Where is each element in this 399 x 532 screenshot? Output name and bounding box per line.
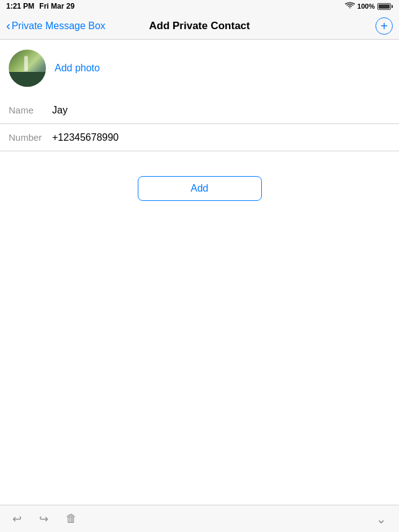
status-bar: 1:21 PM Fri Mar 29 100% xyxy=(0,0,399,12)
nav-bar: ‹ Private Message Box Add Private Contac… xyxy=(0,12,399,40)
back-label: Private Message Box xyxy=(12,20,105,32)
avatar[interactable] xyxy=(9,50,46,87)
number-field-row: Number +12345678990 xyxy=(0,124,399,151)
delete-icon[interactable]: 🗑 xyxy=(66,512,77,525)
number-label: Number xyxy=(9,132,52,143)
add-photo-button[interactable]: Add photo xyxy=(55,63,100,74)
name-field-row: Name Jay xyxy=(0,97,399,124)
redo-icon[interactable]: ↪ xyxy=(39,512,48,526)
time: 1:21 PM xyxy=(6,2,34,11)
toolbar-left: ↩ ↪ 🗑 xyxy=(12,512,77,526)
battery-percentage: 100% xyxy=(357,2,375,10)
add-contact-button[interactable]: + xyxy=(375,17,393,35)
plus-icon: + xyxy=(380,20,388,32)
wifi-icon xyxy=(345,2,355,11)
collapse-keyboard-icon[interactable]: ⌄ xyxy=(376,512,387,526)
status-left: 1:21 PM Fri Mar 29 xyxy=(6,2,74,11)
battery-icon xyxy=(377,3,393,10)
name-label: Name xyxy=(9,105,52,115)
chevron-left-icon: ‹ xyxy=(6,19,11,32)
number-value[interactable]: +12345678990 xyxy=(52,132,390,143)
date: Fri Mar 29 xyxy=(39,2,74,11)
content-area: Add photo Name Jay Number +12345678990 A… xyxy=(0,40,399,201)
name-value[interactable]: Jay xyxy=(52,105,390,116)
add-button-container: Add xyxy=(0,176,399,201)
nav-title: Add Private Contact xyxy=(149,20,249,32)
status-right: 100% xyxy=(345,2,393,11)
add-button[interactable]: Add xyxy=(138,176,262,201)
undo-icon[interactable]: ↩ xyxy=(12,512,22,526)
avatar-image xyxy=(9,50,46,87)
back-button[interactable]: ‹ Private Message Box xyxy=(6,20,105,32)
bottom-toolbar: ↩ ↪ 🗑 ⌄ xyxy=(0,505,399,532)
photo-row: Add photo xyxy=(0,40,399,97)
